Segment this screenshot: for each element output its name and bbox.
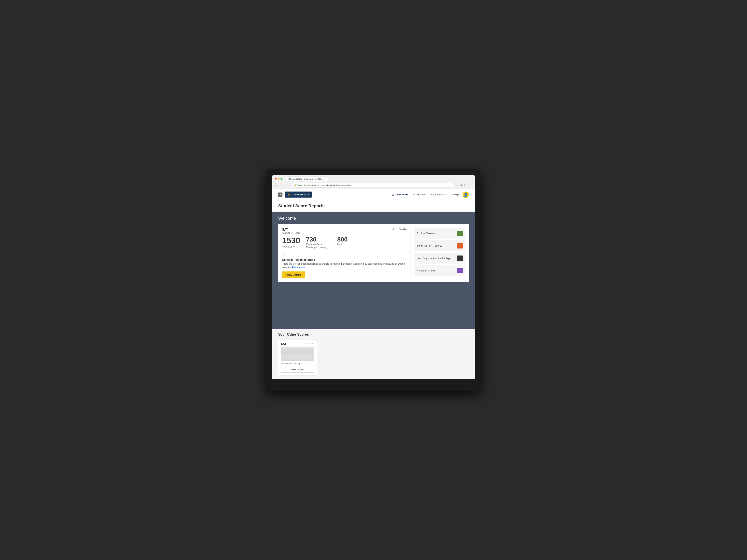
welcome-text: Welcome — [278, 216, 296, 221]
send-sat-btn[interactable]: Send Your SAT Scores › — [414, 240, 465, 251]
nav-help-label: Help — [454, 193, 459, 196]
user-avatar[interactable]: 👤 — [463, 191, 469, 198]
nav-right: ⌂ Dashboard AP Potential Popular Tools ∨… — [392, 191, 469, 198]
other-sat-label: SAT — [281, 342, 286, 345]
minimize-window-btn[interactable] — [278, 178, 280, 180]
chevron-down-icon: ∨ — [445, 193, 447, 196]
reading-writing-label: Evidence-Based Reading and Writing — [306, 243, 331, 249]
register-sat-label: Register for SAT — [417, 269, 435, 272]
reading-writing-score: 730 — [306, 236, 331, 243]
active-tab[interactable]: 🔒 Dashboard | Student Score Re... ✕ — [286, 177, 328, 181]
browser-actions: ☆ M ⋮⋮ ⋮ — [456, 184, 472, 187]
sat-label: SAT — [282, 228, 301, 231]
explore-careers-arrow: › — [457, 231, 463, 236]
browser-chrome: 🔒 Dashboard | Student Score Re... ✕ ‹ › … — [272, 175, 475, 189]
score-card-left: SAT August 24, 2019 11th Grade 1530 Tota… — [282, 228, 410, 278]
tab-favicon: 🔒 — [288, 178, 291, 180]
cb-logo-text: CollegeBoard — [292, 193, 309, 196]
nav-dashboard-label: Dashboard — [394, 193, 408, 196]
welcome-section: Welcome — [278, 216, 469, 221]
close-window-btn[interactable] — [275, 178, 277, 180]
send-sat-arrow: › — [457, 243, 463, 248]
sat-info: SAT August 24, 2019 — [282, 228, 301, 236]
make-plan-link[interactable]: Make a plan — [292, 266, 305, 269]
math-label: Math — [337, 243, 347, 246]
main-content: Welcome SAT August 24, 2019 11th Grade 1… — [272, 212, 475, 329]
grade-label: 11th Grade — [393, 228, 406, 231]
reading-writing-block: 730 Evidence-Based Reading and Writing — [306, 236, 331, 249]
sat-date: August 24, 2019 — [282, 231, 301, 234]
home-icon: ⌂ — [392, 193, 394, 196]
tab-close-btn[interactable]: ✕ — [324, 178, 325, 180]
sat-score-card: SAT August 24, 2019 11th Grade 1530 Tota… — [278, 224, 469, 282]
other-grade-label: th Grade — [305, 342, 314, 345]
page-header: Student Score Reports — [272, 200, 475, 212]
math-block: 800 Math — [337, 236, 347, 246]
scores-row: 1530 Total Score 730 Evidence-Based Read… — [282, 236, 406, 249]
explore-careers-btn[interactable]: Explore Careers › — [414, 228, 465, 239]
address-bar-row: ‹ › ↻ 🔒 Secure https://studentscores.col… — [275, 182, 472, 189]
other-score-card: SAT th Grade Reading and Writing View De… — [278, 339, 317, 375]
page-title: Student Score Reports — [278, 204, 469, 209]
tab-title: Dashboard | Student Score Re... — [292, 178, 323, 180]
nav-ap-potential-label: AP Potential — [412, 193, 426, 196]
other-scores-section: Your Other Scores SAT th Grade Reading a… — [272, 329, 475, 379]
forward-button[interactable]: › — [280, 183, 284, 187]
maximize-window-btn[interactable] — [281, 178, 282, 180]
question-icon: ? — [451, 193, 453, 196]
laptop-frame: 🔒 Dashboard | Student Score Re... ✕ ‹ › … — [266, 169, 481, 391]
other-view-details-button[interactable]: View Details — [281, 367, 314, 373]
college-link-desc: There are a lot of great possibilities t… — [282, 262, 406, 269]
screen: 🔒 Dashboard | Student Score Re... ✕ ‹ › … — [272, 175, 475, 379]
score-card-right: Explore Careers › Send Your SAT Scores ›… — [410, 228, 465, 278]
plus-sign: + — [282, 252, 406, 257]
math-score: 800 — [337, 236, 347, 243]
college-link-section: College: How to get there There are a lo… — [282, 258, 406, 269]
score-card-header: SAT August 24, 2019 11th Grade — [282, 228, 406, 236]
total-score-number: 1530 — [282, 236, 300, 245]
total-score-block: 1530 Total Score — [282, 236, 300, 248]
app-header: ▾ 🎓 CollegeBoard ⌂ Dashboard AP Potentia… — [272, 189, 475, 200]
earn-scholarships-label: Earn Opportunity Scholarships — [417, 257, 451, 260]
blurred-scores-area — [281, 347, 314, 361]
send-sat-label: Send Your SAT Scores — [417, 244, 442, 247]
secure-label: Secure — [297, 184, 303, 186]
secure-badge: 🔒 Secure — [294, 184, 303, 186]
apps-icon[interactable]: ⋮⋮ — [463, 184, 468, 187]
bookmark-icon[interactable]: ☆ — [456, 184, 458, 187]
header-left: ▾ 🎓 CollegeBoard — [278, 191, 312, 197]
college-link-title: College: How to get there — [282, 258, 406, 261]
menu-dropdown-btn[interactable]: ▾ — [278, 192, 282, 197]
url-text: https://studentscores.collegeboard.org/v… — [304, 184, 351, 186]
reload-button[interactable]: ↻ — [286, 183, 289, 187]
nav-popular-tools-label: Popular Tools — [429, 193, 445, 196]
address-bar[interactable]: 🔒 Secure https://studentscores.collegebo… — [291, 183, 454, 187]
register-sat-arrow: › — [457, 268, 463, 273]
lock-icon: 🔒 — [294, 184, 296, 186]
earn-scholarships-arrow: › — [457, 256, 463, 261]
back-button[interactable]: ‹ — [275, 183, 279, 187]
view-details-button[interactable]: View Details — [282, 271, 305, 278]
register-sat-btn[interactable]: Register for SAT › — [414, 265, 465, 276]
nav-popular-tools[interactable]: Popular Tools ∨ — [429, 193, 447, 196]
tab-bar: 🔒 Dashboard | Student Score Re... ✕ — [286, 177, 328, 181]
nav-dashboard[interactable]: ⌂ Dashboard — [392, 193, 408, 196]
cb-icon: 🎓 — [287, 193, 291, 196]
extension-icon[interactable]: M — [460, 184, 462, 187]
total-score-label: Total Score — [282, 245, 300, 248]
earn-scholarships-btn[interactable]: Earn Opportunity Scholarships › — [414, 253, 465, 264]
other-scores-title: Your Other Scores — [278, 332, 469, 337]
more-options-icon[interactable]: ⋮ — [470, 184, 472, 187]
other-score-header: SAT th Grade — [281, 342, 314, 345]
nav-ap-potential[interactable]: AP Potential — [412, 193, 426, 196]
nav-help[interactable]: ? Help — [451, 193, 459, 196]
other-score-sublabel: Reading and Writing — [281, 363, 314, 365]
traffic-lights — [275, 178, 282, 180]
collegeboard-logo[interactable]: 🎓 CollegeBoard — [285, 191, 312, 197]
explore-careers-label: Explore Careers — [417, 232, 435, 235]
